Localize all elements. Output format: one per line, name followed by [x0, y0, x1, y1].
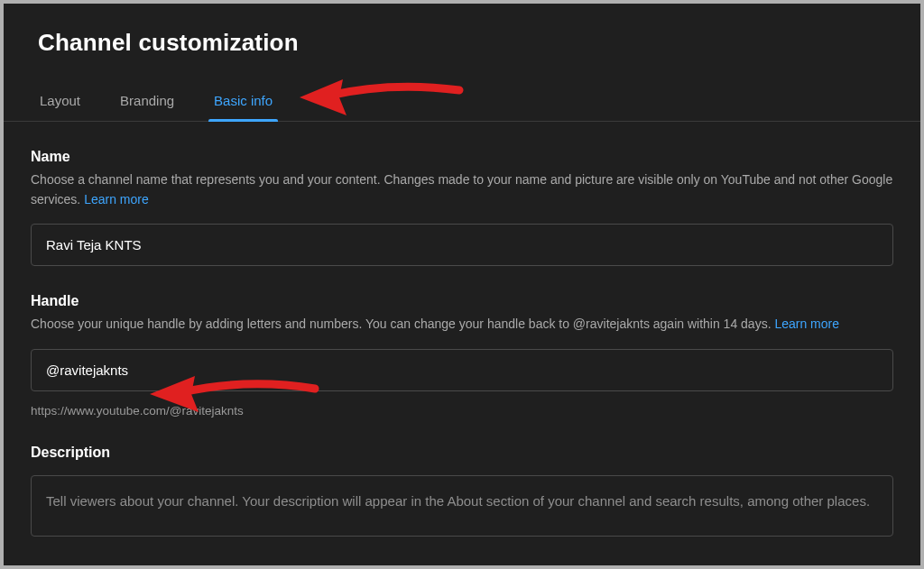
description-section: Description Tell viewers about your chan…	[4, 445, 920, 537]
tab-basic-info[interactable]: Basic info	[212, 82, 274, 121]
description-input[interactable]: Tell viewers about your channel. Your de…	[31, 475, 893, 537]
handle-section: Handle Choose your unique handle by addi…	[4, 293, 920, 418]
description-heading: Description	[31, 445, 893, 461]
name-description: Choose a channel name that represents yo…	[31, 170, 893, 209]
page-title: Channel customization	[4, 4, 920, 57]
name-heading: Name	[31, 149, 893, 165]
channel-name-input[interactable]	[31, 224, 893, 266]
handle-input[interactable]	[31, 349, 893, 391]
tab-layout[interactable]: Layout	[38, 82, 82, 121]
handle-learn-more-link[interactable]: Learn more	[774, 317, 839, 331]
channel-customization-window: Channel customization Layout Branding Ba…	[4, 4, 920, 565]
handle-heading: Handle	[31, 293, 893, 309]
handle-description: Choose your unique handle by adding lett…	[31, 315, 893, 335]
tab-branding[interactable]: Branding	[118, 82, 176, 121]
name-desc-text: Choose a channel name that represents yo…	[31, 172, 892, 206]
handle-desc-text: Choose your unique handle by adding lett…	[31, 317, 774, 331]
name-learn-more-link[interactable]: Learn more	[84, 192, 149, 206]
name-section: Name Choose a channel name that represen…	[4, 149, 920, 266]
handle-url: https://www.youtube.com/@ravitejaknts	[31, 404, 893, 418]
tabs: Layout Branding Basic info	[4, 82, 920, 122]
